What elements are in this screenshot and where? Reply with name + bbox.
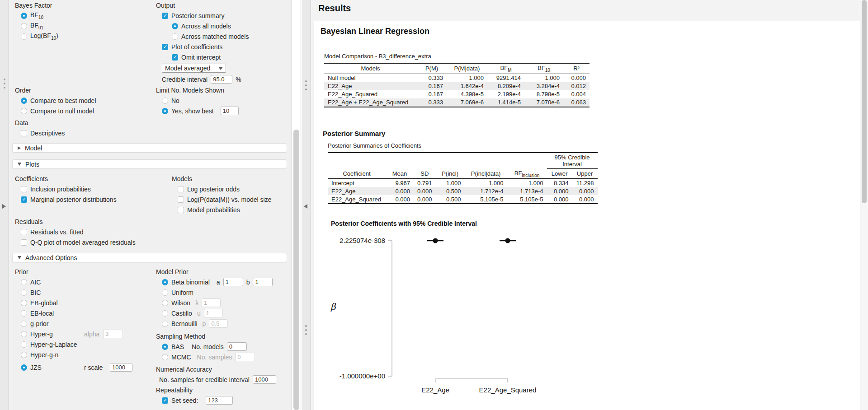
- model-section-bar[interactable]: Model: [12, 143, 287, 153]
- residuals-vs-fitted-checkbox[interactable]: Residuals vs. fitted: [21, 227, 136, 237]
- models-plots-heading: Models: [172, 174, 271, 184]
- options-scrollbar[interactable]: [292, 0, 301, 410]
- no-samples-input[interactable]: [235, 353, 255, 361]
- cell-lower: 0.000: [547, 187, 572, 195]
- ci-samples-input[interactable]: [253, 375, 276, 384]
- prior-bic-label: BIC: [30, 289, 41, 296]
- col-sd: SD: [414, 169, 436, 179]
- radio-icon: [21, 13, 27, 19]
- no-models-input[interactable]: [227, 342, 247, 351]
- bf01-radio[interactable]: BF01: [21, 21, 58, 31]
- castillo-radio[interactable]: Castillo u: [162, 308, 273, 318]
- credible-interval-input[interactable]: [211, 75, 232, 84]
- seed-input[interactable]: [206, 396, 233, 405]
- qq-plot-label: Q-Q plot of model averaged residuals: [30, 239, 136, 246]
- inclusion-probabilities-checkbox[interactable]: Inclusion probabilities: [21, 184, 117, 194]
- drag-handle-dots-icon[interactable]: [305, 325, 307, 335]
- coefficient-row: E22_Age_Squared 0.000 0.000 0.500 5.105e…: [328, 195, 598, 204]
- cell-pincldata: 1.000: [465, 179, 507, 187]
- model-comparison-caption: Model Comparison - B3_difference_extra: [324, 53, 590, 60]
- cell-r2: 0.012: [563, 82, 590, 90]
- omit-intercept-checkbox[interactable]: Omit intercept: [172, 52, 249, 62]
- u-label: u: [197, 310, 201, 317]
- set-seed-checkbox[interactable]: Set seed:: [162, 395, 233, 405]
- summary-type-dropdown[interactable]: Model averaged: [162, 64, 226, 73]
- bayes-factor-group: Bayes Factor BF10 BF01 Log(BF10): [15, 1, 58, 42]
- checkbox-icon: [172, 54, 178, 61]
- log-p-vs-model-size-checkbox[interactable]: Log(P(data|M)) vs. model size: [178, 194, 271, 205]
- b-input[interactable]: [253, 278, 273, 286]
- model-probabilities-checkbox[interactable]: Model probabilities: [178, 205, 271, 215]
- qq-plot-checkbox[interactable]: Q-Q plot of model averaged residuals: [21, 237, 136, 247]
- cell-pmdata: 7.069e-6: [447, 98, 487, 107]
- results-scrollbar[interactable]: [860, 0, 868, 410]
- left-panel-splitter[interactable]: [0, 0, 9, 410]
- log-posterior-odds-checkbox[interactable]: Log posterior odds: [178, 184, 271, 194]
- wilson-radio[interactable]: Wilson λ: [162, 298, 273, 308]
- marginal-posterior-checkbox[interactable]: Marginal posterior distributions: [21, 194, 117, 205]
- compare-best-model-radio[interactable]: Compare to best model: [21, 95, 96, 106]
- r-scale-input[interactable]: [110, 363, 132, 372]
- limit-count-input[interactable]: [221, 107, 239, 115]
- prior-eb-local-radio[interactable]: EB-local: [21, 308, 151, 318]
- descriptives-checkbox[interactable]: Descriptives: [21, 128, 65, 138]
- beta-binomial-radio[interactable]: Beta binomial a b: [162, 277, 273, 287]
- options-scrollbar-thumb[interactable]: [293, 130, 299, 410]
- prior-bic-radio[interactable]: BIC: [21, 287, 151, 298]
- omit-intercept-label: Omit intercept: [181, 54, 221, 61]
- prior-hyper-g-n-radio[interactable]: Hyper-g-n: [21, 349, 151, 360]
- cell-upper: 0.000: [572, 195, 598, 204]
- limit-yes-radio[interactable]: Yes, show best: [162, 106, 239, 116]
- numerical-accuracy-heading: Numerical Accuracy: [156, 365, 276, 374]
- bf10-radio[interactable]: BF10: [21, 10, 58, 21]
- expand-right-arrow-icon[interactable]: [2, 204, 6, 209]
- radio-icon: [162, 98, 168, 104]
- logbf10-radio[interactable]: Log(BF10): [21, 31, 58, 42]
- prior-g-prior-radio[interactable]: g-prior: [21, 318, 151, 329]
- prior-hyper-g-laplace-radio[interactable]: Hyper-g-Laplace: [21, 339, 151, 349]
- uniform-label: Uniform: [171, 289, 193, 296]
- residuals-group: Residuals Residuals vs. fitted Q-Q plot …: [15, 217, 136, 247]
- uniform-radio[interactable]: Uniform: [162, 287, 273, 298]
- advanced-options-section-bar[interactable]: Advanced Options: [12, 253, 287, 262]
- mcmc-radio[interactable]: MCMC No. samples: [162, 352, 255, 362]
- expanded-arrow-icon: [18, 163, 21, 166]
- bas-radio[interactable]: BAS No. models: [162, 341, 255, 352]
- plot-of-coefficients-checkbox[interactable]: Plot of coefficients: [162, 42, 249, 52]
- p-input[interactable]: [209, 319, 228, 328]
- prior-eb-global-radio[interactable]: EB-global: [21, 298, 151, 308]
- posterior-summary-checkbox[interactable]: Posterior summary: [162, 10, 249, 21]
- compare-null-model-radio[interactable]: Compare to null model: [21, 106, 96, 116]
- checkbox-icon: [21, 130, 27, 136]
- plots-section-bar[interactable]: Plots: [12, 159, 287, 169]
- results-scrollbar-thumb[interactable]: [862, 0, 867, 203]
- limit-models-heading: Limit No. Models Shown: [156, 86, 239, 95]
- cell-model: E22_Age_Squared: [324, 90, 417, 98]
- bernouilli-radio[interactable]: Bernouilli p: [162, 318, 273, 329]
- prior-jzs-radio[interactable]: JZS r scale: [21, 362, 151, 373]
- limit-no-radio[interactable]: No: [162, 95, 239, 106]
- model-row: E22_Age_Squared 0.167 4.398e-5 2.199e-4 …: [324, 90, 590, 98]
- prior-aic-radio[interactable]: AIC: [21, 277, 151, 287]
- alpha-input[interactable]: [103, 330, 123, 338]
- output-group: Output Posterior summary Across all mode…: [156, 1, 249, 84]
- sampling-method-group: Sampling Method BAS No. models MCMC No. …: [156, 332, 255, 362]
- radio-icon: [162, 310, 168, 317]
- model-comparison-table: Models P(M) P(M|data) BFM BF10 R² Null m…: [324, 63, 590, 107]
- cell-sd: 0.000: [414, 195, 436, 204]
- across-matched-models-label: Across matched models: [181, 33, 249, 40]
- across-matched-models-radio[interactable]: Across matched models: [172, 31, 249, 42]
- collapse-left-arrow-icon[interactable]: [304, 204, 307, 209]
- coefficient-row: E22_Age 0.000 0.000 0.500 1.712e-4 1.713…: [328, 187, 598, 195]
- drag-handle-dots-icon[interactable]: [305, 80, 307, 90]
- results-panel-splitter[interactable]: [302, 0, 311, 410]
- lambda-input[interactable]: [202, 298, 221, 307]
- drag-handle-dots-icon[interactable]: [4, 79, 5, 89]
- cell-coefficient: E22_Age_Squared: [328, 195, 386, 204]
- output-heading: Output: [156, 1, 249, 10]
- u-input[interactable]: [204, 309, 223, 317]
- a-input[interactable]: [223, 278, 243, 286]
- prior-hyper-g-radio[interactable]: Hyper-g alpha: [21, 329, 151, 339]
- collapsed-arrow-icon: [18, 146, 21, 150]
- across-all-models-radio[interactable]: Across all models: [172, 21, 249, 31]
